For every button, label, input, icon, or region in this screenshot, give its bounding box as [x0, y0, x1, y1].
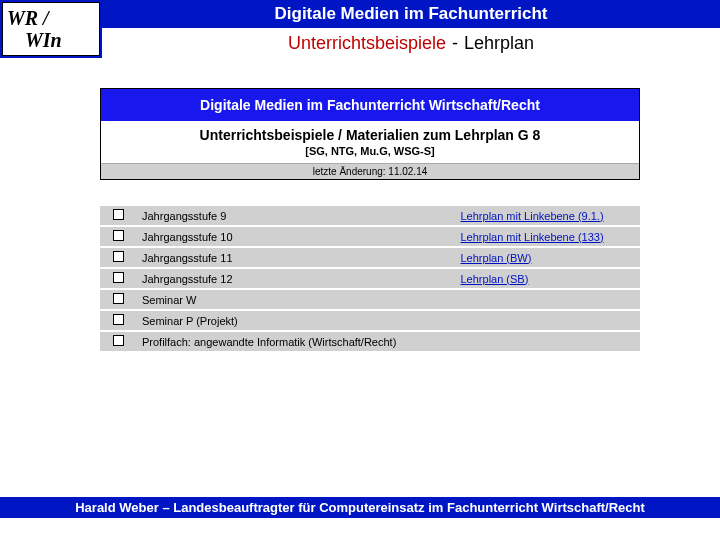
checkbox-icon[interactable]	[113, 335, 124, 346]
footer-bar: Harald Weber – Landesbeauftragter für Co…	[0, 497, 720, 518]
row-label: Seminar P (Projekt)	[136, 310, 455, 331]
row-label: Jahrgangsstufe 9	[136, 206, 455, 226]
subtitle-black: Lehrplan	[464, 33, 534, 54]
panel-subheading: Unterrichtsbeispiele / Materialien zum L…	[101, 121, 639, 145]
panel-title: Digitale Medien im Fachunterricht Wirtsc…	[101, 89, 639, 121]
row-link-cell	[455, 310, 641, 331]
row-link[interactable]: Lehrplan (BW)	[461, 252, 532, 264]
row-label: Profilfach: angewandte Informatik (Wirts…	[136, 331, 455, 352]
checkbox-cell[interactable]	[100, 206, 136, 226]
subtitle-red: Unterrichtsbeispiele	[288, 33, 446, 54]
row-link-cell: Lehrplan (SB)	[455, 268, 641, 289]
checkbox-icon[interactable]	[113, 251, 124, 262]
page-subtitle: Unterrichtsbeispiele - Lehrplan	[102, 28, 720, 58]
header-right: Digitale Medien im Fachunterricht Unterr…	[102, 0, 720, 58]
row-link[interactable]: Lehrplan (SB)	[461, 273, 529, 285]
logo-box: WR / WIn	[2, 2, 100, 56]
logo-line1: WR /	[7, 7, 95, 29]
row-link[interactable]: Lehrplan mit Linkebene (133)	[461, 231, 604, 243]
checkbox-icon[interactable]	[113, 230, 124, 241]
checkbox-icon[interactable]	[113, 209, 124, 220]
table-row: Jahrgangsstufe 9Lehrplan mit Linkebene (…	[100, 206, 640, 226]
row-label: Jahrgangsstufe 12	[136, 268, 455, 289]
checkbox-cell[interactable]	[100, 310, 136, 331]
checkbox-icon[interactable]	[113, 272, 124, 283]
row-label: Jahrgangsstufe 10	[136, 226, 455, 247]
header-bar: WR / WIn Digitale Medien im Fachunterric…	[0, 0, 720, 58]
table-row: Jahrgangsstufe 11Lehrplan (BW)	[100, 247, 640, 268]
checkbox-icon[interactable]	[113, 293, 124, 304]
panel-meta: letzte Änderung: 11.02.14	[101, 163, 639, 179]
row-link-cell	[455, 331, 641, 352]
row-label: Jahrgangsstufe 11	[136, 247, 455, 268]
checkbox-cell[interactable]	[100, 331, 136, 352]
row-link-cell: Lehrplan mit Linkebene (133)	[455, 226, 641, 247]
row-link-cell: Lehrplan (BW)	[455, 247, 641, 268]
checkbox-cell[interactable]	[100, 226, 136, 247]
checkbox-icon[interactable]	[113, 314, 124, 325]
content-area: Digitale Medien im Fachunterricht Wirtsc…	[0, 58, 720, 353]
table-row: Jahrgangsstufe 10Lehrplan mit Linkebene …	[100, 226, 640, 247]
table-row: Seminar P (Projekt)	[100, 310, 640, 331]
table-row: Profilfach: angewandte Informatik (Wirts…	[100, 331, 640, 352]
panel-subheading2: [SG, NTG, Mu.G, WSG-S]	[101, 145, 639, 163]
checkbox-cell[interactable]	[100, 289, 136, 310]
table-row: Seminar W	[100, 289, 640, 310]
subtitle-sep: -	[452, 33, 458, 54]
list-table: Jahrgangsstufe 9Lehrplan mit Linkebene (…	[100, 206, 640, 353]
table-row: Jahrgangsstufe 12Lehrplan (SB)	[100, 268, 640, 289]
checkbox-cell[interactable]	[100, 268, 136, 289]
row-link-cell	[455, 289, 641, 310]
row-link-cell: Lehrplan mit Linkebene (9.1.)	[455, 206, 641, 226]
row-link[interactable]: Lehrplan mit Linkebene (9.1.)	[461, 210, 604, 222]
logo-line2: WIn	[7, 29, 95, 51]
checkbox-cell[interactable]	[100, 247, 136, 268]
row-label: Seminar W	[136, 289, 455, 310]
page-title: Digitale Medien im Fachunterricht	[102, 0, 720, 28]
info-panel: Digitale Medien im Fachunterricht Wirtsc…	[100, 88, 640, 180]
